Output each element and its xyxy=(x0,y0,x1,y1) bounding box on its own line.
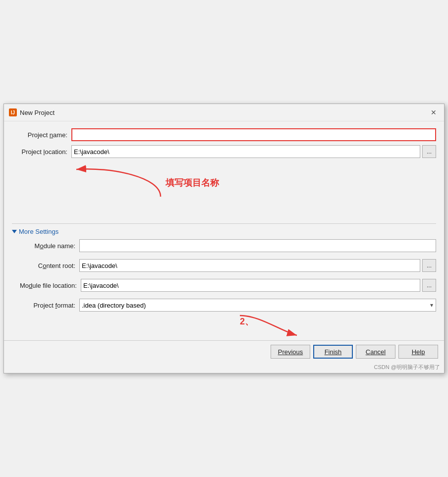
close-button[interactable]: ✕ xyxy=(428,107,439,118)
watermark: CSDN @明明脑子不够用了 xyxy=(4,363,444,373)
module-name-row: Module name: xyxy=(20,239,436,252)
more-settings-toggle[interactable]: More Settings xyxy=(12,228,436,235)
title-bar: IJ New Project ✕ xyxy=(4,104,444,121)
cancel-button[interactable]: Cancel xyxy=(356,345,395,359)
content-root-row: Content root: ... xyxy=(20,259,436,272)
project-location-row: Project location: ... xyxy=(12,145,436,158)
project-name-label: Project name: xyxy=(12,131,71,139)
annotation-area: 填写项目名称 xyxy=(12,162,436,221)
new-project-dialog: IJ New Project ✕ Project name: Project l… xyxy=(3,104,445,373)
content-root-input[interactable] xyxy=(79,259,420,272)
module-file-label: Module file location: xyxy=(20,282,81,289)
title-bar-left: IJ New Project xyxy=(9,108,55,116)
project-location-input[interactable] xyxy=(71,145,420,158)
project-format-select-wrapper: .idea (directory based) .ipr (file based… xyxy=(79,299,436,312)
annotation2-text: 2、 xyxy=(240,316,254,327)
more-settings-form: Module name: Content root: ... Module fi… xyxy=(12,239,436,316)
help-button[interactable]: Help xyxy=(398,345,438,359)
module-name-label: Module name: xyxy=(20,242,79,250)
finish-button[interactable]: Finish xyxy=(313,345,353,359)
module-file-browse-button[interactable]: ... xyxy=(422,279,436,292)
annotation-text: 填写项目名称 xyxy=(166,177,219,189)
more-settings-section: More Settings Module name: Content root: xyxy=(12,223,436,335)
content-root-label: Content root: xyxy=(20,262,79,269)
module-file-input[interactable] xyxy=(81,279,420,292)
project-format-label: Project format: xyxy=(20,302,79,309)
dialog-footer: Previous Finish Cancel Help xyxy=(4,340,444,363)
project-format-row: Project format: .idea (directory based) … xyxy=(20,299,436,312)
project-location-label: Project location: xyxy=(12,148,71,156)
module-file-row: Module file location: ... xyxy=(20,279,436,292)
app-icon: IJ xyxy=(9,108,17,116)
dialog-body: Project name: Project location: ... xyxy=(4,121,444,340)
annotation2-area: 2、 xyxy=(12,316,436,335)
project-location-browse-button[interactable]: ... xyxy=(422,145,436,158)
project-name-input[interactable] xyxy=(71,128,436,141)
project-format-select[interactable]: .idea (directory based) .ipr (file based… xyxy=(79,299,436,312)
project-name-row: Project name: xyxy=(12,128,436,141)
previous-button[interactable]: Previous xyxy=(271,345,310,359)
module-name-input[interactable] xyxy=(79,239,436,252)
dialog-title: New Project xyxy=(20,109,55,116)
expand-icon xyxy=(12,230,17,233)
content-root-browse-button[interactable]: ... xyxy=(422,259,436,272)
more-settings-label: More Settings xyxy=(19,228,58,235)
